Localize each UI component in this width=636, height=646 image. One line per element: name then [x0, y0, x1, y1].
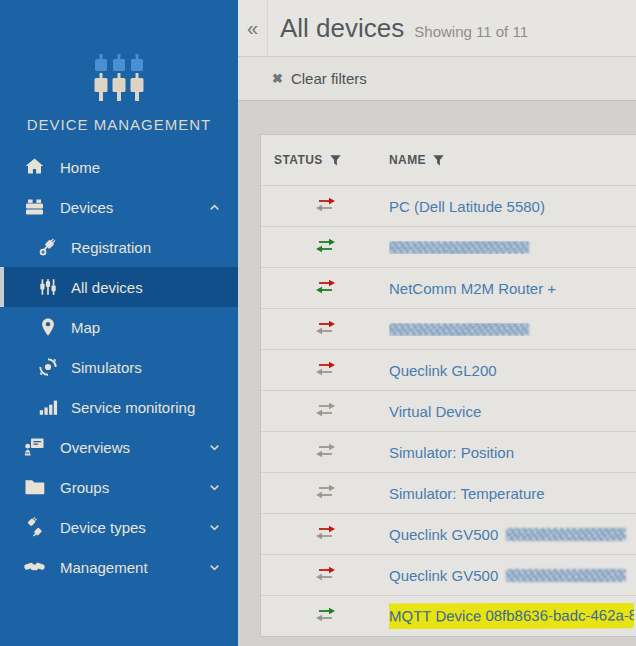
device-name-link[interactable]: Simulator: Temperature: [389, 485, 545, 502]
sidebar-item-label: Simulators: [71, 359, 222, 376]
chevron-down-icon: [207, 560, 222, 575]
status-cell: [261, 442, 389, 463]
sidebar-item-simulators[interactable]: Simulators: [0, 347, 238, 387]
redacted-device-name-suffix: [506, 569, 626, 582]
devices-icon: [22, 195, 47, 219]
main-content: « All devices Showing 11 of 11 ✖ Clear f…: [238, 0, 636, 646]
table-row: Queclink GL200: [261, 349, 636, 390]
chevron-down-icon: [207, 520, 222, 535]
name-cell: Queclink GL200: [389, 362, 636, 379]
table-row: PC (Dell Latitude 5580): [261, 185, 636, 226]
collapse-sidebar-button[interactable]: «: [238, 0, 268, 56]
connection-status-icon: [314, 278, 337, 299]
status-column-label: STATUS: [274, 153, 323, 167]
status-cell: [261, 360, 389, 381]
sidebar: DEVICE MANAGEMENT HomeDevicesRegistratio…: [0, 0, 238, 646]
status-cell: [261, 196, 389, 217]
sidebar-item-management[interactable]: Management: [0, 547, 238, 587]
device-name-link[interactable]: Simulator: Position: [389, 444, 514, 461]
table-row: Queclink GV500: [261, 554, 636, 595]
sidebar-item-label: Devices: [60, 199, 207, 216]
connection-status-icon: [314, 565, 337, 586]
sidebar-item-label: Registration: [71, 239, 222, 256]
device-name-link[interactable]: MQTT Device 08fb8636-badc-462a-8…: [389, 606, 634, 624]
clear-filters-label: Clear filters: [291, 70, 367, 87]
status-cell: [261, 565, 389, 586]
name-cell: [389, 241, 636, 254]
device-name-link[interactable]: Queclink GL200: [389, 362, 497, 379]
sidebar-item-label: All devices: [71, 279, 222, 296]
management-icon: [22, 555, 47, 579]
sidebar-item-registration[interactable]: Registration: [0, 227, 238, 267]
device-name-link[interactable]: NetComm M2M Router +: [389, 280, 556, 297]
chevron-down-icon: [207, 480, 222, 495]
table-row: Queclink GV500: [261, 513, 636, 554]
highlighted-device-name[interactable]: MQTT Device 08fb8636-badc-462a-8…: [389, 603, 634, 629]
name-cell: NetComm M2M Router +: [389, 280, 636, 297]
sidebar-item-home[interactable]: Home: [0, 147, 238, 187]
registration-icon: [37, 236, 59, 258]
simulators-icon: [37, 356, 59, 378]
chevron-up-icon: [207, 200, 222, 215]
name-cell: Simulator: Position: [389, 444, 636, 461]
column-header-name[interactable]: NAME: [389, 153, 636, 167]
app-title: DEVICE MANAGEMENT: [0, 116, 238, 133]
close-icon: ✖: [272, 71, 283, 86]
table-header-row: STATUS NAME: [261, 135, 636, 185]
sidebar-item-devices[interactable]: Devices: [0, 187, 238, 227]
sidebar-item-label: Management: [60, 559, 207, 576]
redacted-device-name: [389, 241, 529, 254]
device-name-link[interactable]: PC (Dell Latitude 5580): [389, 198, 545, 215]
name-column-label: NAME: [389, 153, 426, 167]
status-cell: [261, 237, 389, 258]
sidebar-item-label: Map: [71, 319, 222, 336]
sidebar-item-overviews[interactable]: Overviews: [0, 427, 238, 467]
sidebar-item-all-devices[interactable]: All devices: [0, 267, 238, 307]
chevron-down-icon: [207, 440, 222, 455]
redacted-device-name-suffix: [506, 528, 626, 541]
connection-status-icon: [314, 237, 337, 258]
status-cell: [261, 483, 389, 504]
column-header-status[interactable]: STATUS: [261, 153, 389, 167]
sidebar-nav: HomeDevicesRegistrationAll devicesMapSim…: [0, 147, 238, 587]
table-row: Simulator: Temperature: [261, 472, 636, 513]
name-cell: [389, 323, 636, 336]
connection-status-icon: [314, 196, 337, 217]
overviews-icon: [22, 435, 47, 459]
device-table: STATUS NAME PC (Dell Latitude 5580)NetCo…: [260, 134, 636, 637]
sidebar-item-map[interactable]: Map: [0, 307, 238, 347]
connection-status-icon: [314, 606, 337, 627]
status-cell: [261, 606, 389, 627]
redacted-device-name: [389, 323, 529, 336]
connection-status-icon: [314, 401, 337, 422]
table-row: [261, 226, 636, 267]
device-name-link[interactable]: Queclink GV500: [389, 526, 498, 543]
page-header: « All devices Showing 11 of 11: [238, 0, 636, 57]
sidebar-item-groups[interactable]: Groups: [0, 467, 238, 507]
table-body: PC (Dell Latitude 5580)NetComm M2M Route…: [261, 185, 636, 636]
result-count: Showing 11 of 11: [414, 23, 528, 40]
status-cell: [261, 319, 389, 340]
name-cell: Virtual Device: [389, 403, 636, 420]
connection-status-icon: [314, 442, 337, 463]
sidebar-item-service-monitoring[interactable]: Service monitoring: [0, 387, 238, 427]
table-row: NetComm M2M Router +: [261, 267, 636, 308]
all-devices-icon: [37, 276, 59, 298]
device-name-link[interactable]: Queclink GV500: [389, 567, 498, 584]
service-monitoring-icon: [37, 396, 59, 418]
connection-status-icon: [314, 483, 337, 504]
sidebar-item-label: Service monitoring: [71, 399, 222, 416]
map-icon: [37, 316, 59, 338]
clear-filters-button[interactable]: ✖ Clear filters: [272, 70, 367, 87]
connection-status-icon: [314, 360, 337, 381]
filter-icon[interactable]: [433, 155, 444, 166]
table-row: Virtual Device: [261, 390, 636, 431]
name-cell: Queclink GV500: [389, 567, 636, 584]
device-name-link[interactable]: Virtual Device: [389, 403, 481, 420]
groups-icon: [22, 475, 47, 499]
filter-icon[interactable]: [330, 155, 341, 166]
sidebar-item-device-types[interactable]: Device types: [0, 507, 238, 547]
status-cell: [261, 524, 389, 545]
app-root: DEVICE MANAGEMENT HomeDevicesRegistratio…: [0, 0, 636, 646]
connection-status-icon: [314, 524, 337, 545]
